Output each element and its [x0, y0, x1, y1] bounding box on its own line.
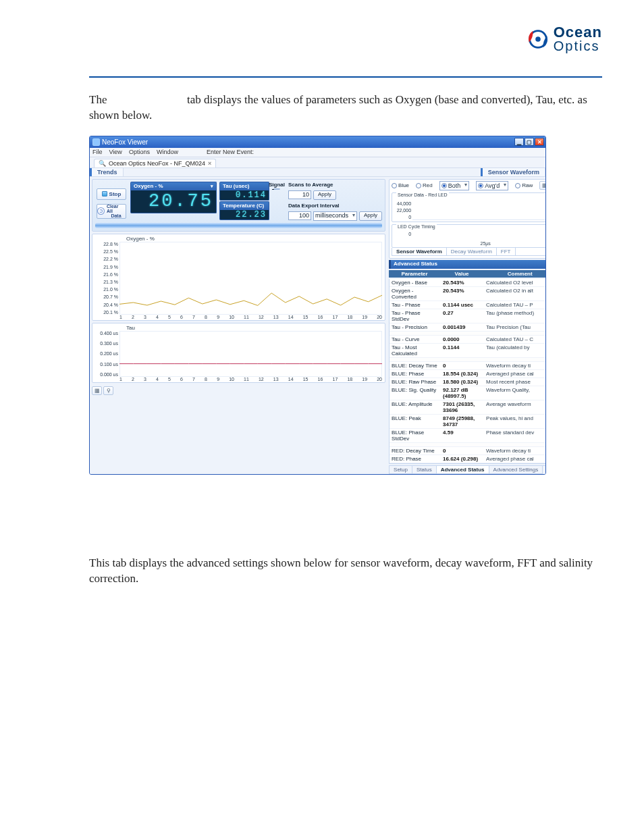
export-interval-input[interactable]: 100 — [288, 211, 311, 220]
param-name: BLUE: Peak — [390, 415, 441, 428]
menu-view[interactable]: View — [109, 149, 122, 155]
table-row: Tau - Phase0.1144 usecCalculated TAU – P — [390, 301, 546, 309]
document-tab-close-icon[interactable]: × — [208, 160, 211, 167]
param-table: Oxygen - Base20.543%Calculated O2 levelO… — [389, 279, 546, 464]
export-interval-label: Data Export Interval — [288, 203, 382, 209]
table-row: Oxygen - Converted20.543%Calculated O2 i… — [390, 287, 546, 301]
param-name: BLUE: Phase StdDev — [390, 429, 441, 442]
chart-tool-2[interactable]: ⚲ — [103, 386, 113, 395]
window-minimize-button[interactable]: ▁ — [514, 138, 524, 146]
table-row: BLUE: Raw Phase18.580 (0.324)Most recent… — [390, 378, 546, 386]
param-comment: Calculated TAU – P — [484, 301, 546, 309]
param-name: RED: Phase — [390, 455, 441, 463]
param-name: Oxygen - Converted — [390, 287, 441, 301]
window-maximize-button[interactable]: ▢ — [525, 138, 534, 146]
brand-logo: Ocean Optics — [525, 26, 602, 53]
stop-button[interactable]: Stop — [97, 188, 126, 200]
table-row: BLUE: Phase18.554 (0.324)Averaged phase … — [390, 370, 546, 378]
intro-paragraph-1: The tab displays the values of parameter… — [89, 93, 602, 124]
chart-tool-1[interactable]: ▦ — [92, 386, 102, 395]
right-pane: Blue Red Both Avg'd Raw ▦ ⚲ Sensor Data … — [387, 177, 546, 474]
param-value: 0 — [441, 447, 484, 454]
param-comment: Average waveform — [484, 400, 546, 414]
tau-chart-line — [119, 331, 382, 377]
param-name: BLUE: Amplitude — [390, 400, 441, 414]
temp-gauge-label: Temperature (C) — [223, 203, 264, 209]
param-comment: Calculated TAU – C — [484, 336, 546, 343]
bottom-tab-row: Setup Status Advanced Status Advanced Se… — [389, 465, 546, 474]
param-value: 92.127 dB (48997.5) — [441, 386, 484, 400]
header-rule — [89, 76, 602, 78]
radio-both[interactable]: Both — [439, 181, 470, 190]
bottom-tab-advanced-status[interactable]: Advanced Status — [436, 466, 489, 474]
param-comment: Averaged phase cal — [484, 455, 546, 463]
scans-apply-button[interactable]: Apply — [313, 190, 336, 200]
radio-red[interactable]: Red — [416, 182, 433, 188]
table-row: Tau - Most Calculated0.1144Tau (calculat… — [390, 344, 546, 358]
document-tab[interactable]: 🔍 Ocean Optics NeoFox - NF_QM024 × — [94, 159, 216, 167]
table-row: BLUE: Phase StdDev4.59Phase standard dev — [390, 429, 546, 443]
window-close-button[interactable]: ✕ — [535, 138, 544, 146]
oxygen-chart-xaxis: 1234567891011121314151617181920 — [119, 315, 382, 319]
param-comment: Averaged phase cal — [484, 370, 546, 377]
radio-raw[interactable]: Raw — [515, 182, 533, 188]
scans-to-average-input[interactable]: 10 — [288, 190, 311, 199]
param-value: 20.543% — [441, 287, 484, 301]
param-value: 0.1144 usec — [441, 301, 484, 309]
signal-meter: Signal — [272, 182, 281, 190]
tab-trends[interactable]: Trends — [90, 168, 124, 176]
brand-name-line1: Ocean — [554, 26, 602, 40]
param-comment: Calculated O2 in alt — [484, 287, 546, 301]
chevron-down-icon: ▾ — [211, 184, 213, 189]
param-value: 20.543% — [441, 279, 484, 286]
led-cycle-plot: LED Cycle Timing 0 25µs — [392, 224, 546, 248]
param-name: BLUE: Phase — [390, 370, 441, 377]
waveform-panel: Blue Red Both Avg'd Raw ▦ ⚲ Sensor Data … — [389, 179, 546, 259]
subtab-fft[interactable]: FFT — [497, 248, 516, 255]
radio-avgd[interactable]: Avg'd — [476, 181, 508, 190]
param-comment: Calculated O2 level — [484, 279, 546, 286]
export-apply-button[interactable]: Apply — [359, 211, 382, 221]
menu-options[interactable]: Options — [129, 149, 150, 155]
tau-chart: Tau 0.400 us0.300 us0.200 us0.100 us0.00… — [92, 323, 385, 383]
tau-chart-xaxis: 1234567891011121314151617181920 — [119, 377, 382, 382]
waveform-tool-1[interactable]: ▦ — [539, 181, 546, 190]
param-value: 0 — [441, 362, 484, 369]
clear-button-l1: Clear All — [107, 204, 126, 213]
param-name: Tau - Phase StdDev — [390, 309, 441, 323]
clear-all-data-button[interactable]: Clear All Data — [97, 204, 126, 219]
tau-gauge-value: 0.114 — [219, 190, 269, 201]
param-name: Tau - Precision — [390, 323, 441, 331]
param-name: RED: Decay Time — [390, 447, 441, 454]
sensor-data-yaxis: 44,00022,0000 — [395, 201, 411, 219]
param-comment: Waveform decay ti — [484, 362, 546, 369]
intro-paragraph-2: This tab displays the advanced settings … — [89, 556, 602, 587]
subtab-sensor-waveform[interactable]: Sensor Waveform — [392, 248, 447, 255]
document-tab-row: 🔍 Ocean Optics NeoFox - NF_QM024 × — [90, 157, 545, 167]
export-interval-unit-select[interactable]: milliseconds — [313, 211, 357, 221]
menu-file[interactable]: File — [92, 149, 103, 155]
subtab-decay-waveform[interactable]: Decay Waveform — [447, 248, 497, 255]
titlebar: NeoFox Viewer ▁ ▢ ✕ — [90, 136, 545, 148]
oxygen-chart-yaxis: 22.8 %22.5 %22.2 %21.9 %21.6 %21.3 %21.0… — [97, 242, 118, 315]
document-tab-label: Ocean Optics NeoFox - NF_QM024 — [109, 160, 205, 167]
brand-name-line2: Optics — [554, 40, 602, 53]
stop-icon — [102, 191, 107, 197]
window-title: NeoFox Viewer — [102, 138, 148, 146]
radio-blue[interactable]: Blue — [392, 182, 409, 188]
param-name: Tau - Phase — [390, 301, 441, 309]
trends-top-strip: Stop Clear All Data — [92, 179, 385, 232]
tau-gauge-header: Tau (usec) — [219, 182, 269, 190]
table-row: Tau - Phase StdDev0.27Tau (phase method) — [390, 309, 546, 323]
param-value: 0.001439 — [441, 323, 484, 331]
panel-tab-row: Trends Sensor Waveform — [90, 167, 545, 177]
bottom-tab-setup[interactable]: Setup — [389, 466, 412, 474]
oxygen-gauge-header[interactable]: Oxygen - % ▾ — [130, 182, 217, 190]
bottom-tab-status[interactable]: Status — [412, 466, 437, 474]
menu-window[interactable]: Window — [157, 149, 178, 155]
oxygen-gauge-value: 20.75 — [130, 190, 217, 213]
tab-sensor-waveform[interactable]: Sensor Waveform — [481, 168, 545, 176]
brand-logo-mark — [525, 26, 551, 52]
signal-bar — [273, 188, 280, 190]
bottom-tab-advanced-settings[interactable]: Advanced Settings — [489, 466, 543, 474]
